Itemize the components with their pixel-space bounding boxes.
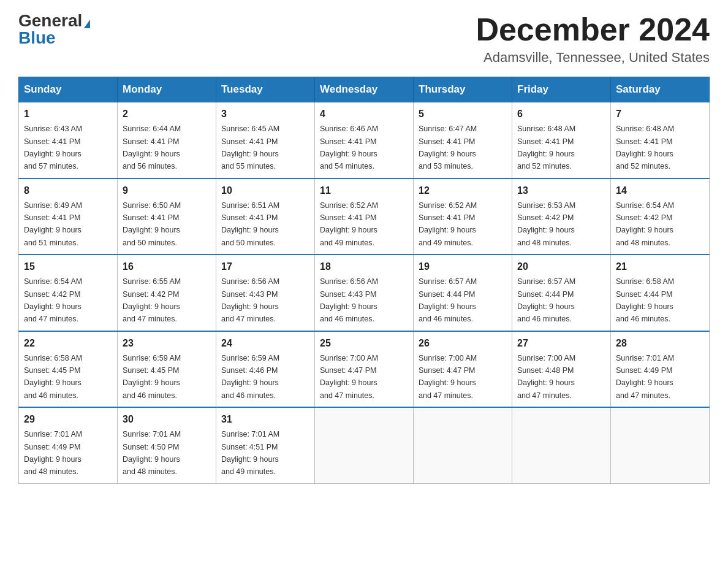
day-info: Sunrise: 7:01 AMSunset: 4:49 PMDaylight:… (24, 430, 82, 476)
calendar-cell: 9Sunrise: 6:50 AMSunset: 4:41 PMDaylight… (118, 178, 216, 255)
calendar-cell: 6Sunrise: 6:48 AMSunset: 4:41 PMDaylight… (512, 102, 611, 178)
day-number: 14 (616, 183, 704, 198)
calendar-cell: 13Sunrise: 6:53 AMSunset: 4:42 PMDayligh… (512, 178, 611, 255)
day-number: 29 (24, 412, 112, 427)
calendar-cell: 5Sunrise: 6:47 AMSunset: 4:41 PMDaylight… (414, 102, 512, 178)
month-title: December 2024 (476, 12, 710, 47)
calendar-week-row: 29Sunrise: 7:01 AMSunset: 4:49 PMDayligh… (19, 407, 710, 483)
day-number: 15 (24, 259, 112, 274)
calendar-week-row: 22Sunrise: 6:58 AMSunset: 4:45 PMDayligh… (19, 331, 710, 408)
calendar-cell: 14Sunrise: 6:54 AMSunset: 4:42 PMDayligh… (611, 178, 710, 255)
weekday-header-tuesday: Tuesday (216, 77, 315, 102)
calendar-cell: 20Sunrise: 6:57 AMSunset: 4:44 PMDayligh… (512, 255, 611, 331)
day-info: Sunrise: 6:59 AMSunset: 4:46 PMDaylight:… (221, 354, 279, 400)
day-info: Sunrise: 6:52 AMSunset: 4:41 PMDaylight:… (419, 201, 477, 247)
day-info: Sunrise: 6:56 AMSunset: 4:43 PMDaylight:… (221, 277, 279, 323)
day-info: Sunrise: 6:46 AMSunset: 4:41 PMDaylight:… (320, 124, 378, 170)
weekday-header-saturday: Saturday (611, 77, 710, 102)
day-info: Sunrise: 6:57 AMSunset: 4:44 PMDaylight:… (517, 277, 575, 323)
calendar-cell: 28Sunrise: 7:01 AMSunset: 4:49 PMDayligh… (611, 331, 710, 408)
day-info: Sunrise: 7:01 AMSunset: 4:51 PMDaylight:… (221, 430, 279, 476)
day-number: 11 (320, 183, 408, 198)
day-number: 30 (123, 412, 211, 427)
day-number: 12 (419, 183, 507, 198)
day-number: 21 (616, 259, 704, 274)
calendar-cell: 21Sunrise: 6:58 AMSunset: 4:44 PMDayligh… (611, 255, 710, 331)
calendar-cell: 24Sunrise: 6:59 AMSunset: 4:46 PMDayligh… (216, 331, 315, 408)
day-number: 26 (419, 336, 507, 351)
day-number: 16 (123, 259, 211, 274)
calendar-cell (315, 407, 414, 483)
day-info: Sunrise: 6:44 AMSunset: 4:41 PMDaylight:… (123, 124, 181, 170)
day-info: Sunrise: 6:50 AMSunset: 4:41 PMDaylight:… (123, 201, 181, 247)
calendar-cell: 23Sunrise: 6:59 AMSunset: 4:45 PMDayligh… (118, 331, 216, 408)
logo-blue-text: Blue (18, 28, 56, 47)
day-info: Sunrise: 6:55 AMSunset: 4:42 PMDaylight:… (123, 277, 181, 323)
day-info: Sunrise: 7:00 AMSunset: 4:48 PMDaylight:… (517, 354, 575, 400)
day-number: 1 (24, 107, 112, 121)
calendar-cell: 1Sunrise: 6:43 AMSunset: 4:41 PMDaylight… (19, 102, 118, 178)
day-info: Sunrise: 6:51 AMSunset: 4:41 PMDaylight:… (221, 201, 279, 247)
day-number: 24 (221, 336, 309, 351)
calendar-cell: 19Sunrise: 6:57 AMSunset: 4:44 PMDayligh… (414, 255, 512, 331)
day-info: Sunrise: 6:58 AMSunset: 4:45 PMDaylight:… (24, 354, 82, 400)
calendar-cell: 25Sunrise: 7:00 AMSunset: 4:47 PMDayligh… (315, 331, 414, 408)
calendar-cell (611, 407, 710, 483)
calendar-week-row: 1Sunrise: 6:43 AMSunset: 4:41 PMDaylight… (19, 102, 710, 178)
calendar-cell: 17Sunrise: 6:56 AMSunset: 4:43 PMDayligh… (216, 255, 315, 331)
calendar-cell: 4Sunrise: 6:46 AMSunset: 4:41 PMDaylight… (315, 102, 414, 178)
day-info: Sunrise: 7:01 AMSunset: 4:49 PMDaylight:… (616, 354, 674, 400)
calendar-table: SundayMondayTuesdayWednesdayThursdayFrid… (18, 77, 710, 484)
calendar-cell: 30Sunrise: 7:01 AMSunset: 4:50 PMDayligh… (118, 407, 216, 483)
location-title: Adamsville, Tennessee, United States (476, 50, 710, 66)
weekday-header-friday: Friday (512, 77, 611, 102)
calendar-cell: 2Sunrise: 6:44 AMSunset: 4:41 PMDaylight… (118, 102, 216, 178)
calendar-cell: 3Sunrise: 6:45 AMSunset: 4:41 PMDaylight… (216, 102, 315, 178)
day-info: Sunrise: 6:54 AMSunset: 4:42 PMDaylight:… (24, 277, 82, 323)
day-number: 28 (616, 336, 704, 351)
weekday-header-wednesday: Wednesday (315, 77, 414, 102)
day-number: 31 (221, 412, 309, 427)
calendar-cell: 16Sunrise: 6:55 AMSunset: 4:42 PMDayligh… (118, 255, 216, 331)
logo-triangle-icon (84, 20, 90, 28)
calendar-cell: 18Sunrise: 6:56 AMSunset: 4:43 PMDayligh… (315, 255, 414, 331)
day-number: 6 (517, 107, 605, 121)
day-info: Sunrise: 6:53 AMSunset: 4:42 PMDaylight:… (517, 201, 575, 247)
day-info: Sunrise: 6:48 AMSunset: 4:41 PMDaylight:… (616, 124, 674, 170)
calendar-cell: 26Sunrise: 7:00 AMSunset: 4:47 PMDayligh… (414, 331, 512, 408)
day-number: 22 (24, 336, 112, 351)
day-info: Sunrise: 7:00 AMSunset: 4:47 PMDaylight:… (419, 354, 477, 400)
day-number: 18 (320, 259, 408, 274)
day-number: 20 (517, 259, 605, 274)
day-number: 8 (24, 183, 112, 198)
day-info: Sunrise: 7:00 AMSunset: 4:47 PMDaylight:… (320, 354, 378, 400)
day-number: 19 (419, 259, 507, 274)
day-number: 25 (320, 336, 408, 351)
weekday-header-row: SundayMondayTuesdayWednesdayThursdayFrid… (19, 77, 710, 102)
calendar-cell (512, 407, 611, 483)
logo: General Blue (18, 12, 90, 47)
day-number: 17 (221, 259, 309, 274)
calendar-cell: 29Sunrise: 7:01 AMSunset: 4:49 PMDayligh… (19, 407, 118, 483)
calendar-cell (414, 407, 512, 483)
day-info: Sunrise: 6:43 AMSunset: 4:41 PMDaylight:… (24, 124, 82, 170)
weekday-header-sunday: Sunday (19, 77, 118, 102)
day-number: 5 (419, 107, 507, 121)
calendar-cell: 8Sunrise: 6:49 AMSunset: 4:41 PMDaylight… (19, 178, 118, 255)
calendar-cell: 15Sunrise: 6:54 AMSunset: 4:42 PMDayligh… (19, 255, 118, 331)
calendar-week-row: 8Sunrise: 6:49 AMSunset: 4:41 PMDaylight… (19, 178, 710, 255)
calendar-cell: 10Sunrise: 6:51 AMSunset: 4:41 PMDayligh… (216, 178, 315, 255)
day-info: Sunrise: 6:54 AMSunset: 4:42 PMDaylight:… (616, 201, 674, 247)
day-info: Sunrise: 6:57 AMSunset: 4:44 PMDaylight:… (419, 277, 477, 323)
day-info: Sunrise: 6:58 AMSunset: 4:44 PMDaylight:… (616, 277, 674, 323)
day-number: 2 (123, 107, 211, 121)
day-number: 27 (517, 336, 605, 351)
calendar-week-row: 15Sunrise: 6:54 AMSunset: 4:42 PMDayligh… (19, 255, 710, 331)
day-number: 10 (221, 183, 309, 198)
day-info: Sunrise: 6:56 AMSunset: 4:43 PMDaylight:… (320, 277, 378, 323)
calendar-cell: 31Sunrise: 7:01 AMSunset: 4:51 PMDayligh… (216, 407, 315, 483)
day-number: 23 (123, 336, 211, 351)
day-info: Sunrise: 6:49 AMSunset: 4:41 PMDaylight:… (24, 201, 82, 247)
page-header: General Blue December 2024 Adamsville, T… (18, 12, 710, 66)
day-info: Sunrise: 6:59 AMSunset: 4:45 PMDaylight:… (123, 354, 181, 400)
